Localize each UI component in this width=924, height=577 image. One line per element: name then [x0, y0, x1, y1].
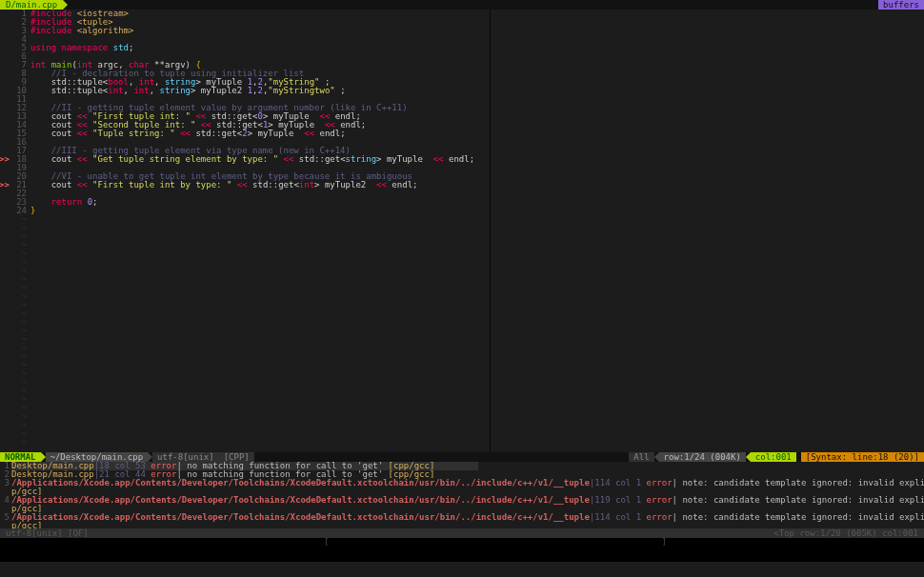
code-line[interactable]: return 0;: [30, 198, 490, 207]
qf-encoding: utf-8[unix] [QF]: [6, 529, 89, 538]
editor-area[interactable]: 123456789101112131415161718192021222324~…: [0, 10, 924, 452]
loclist-row[interactable]: 4/Applications/Xcode.app/Contents/Develo…: [0, 496, 924, 505]
statusline: NORMAL ~/Desktop/main.cpp utf-8[unix] [C…: [0, 452, 924, 462]
code-line[interactable]: #include <algorithm>: [30, 27, 490, 35]
code-line[interactable]: cout << "Get tuple string element by typ…: [30, 155, 490, 164]
tilde: ~: [0, 438, 27, 447]
command-area[interactable]: []: [0, 538, 924, 562]
code-pane-left[interactable]: #include <iostream>#include <tuple>#incl…: [30, 10, 490, 452]
filetype-segment: [CPP]: [219, 452, 254, 462]
code-line[interactable]: cout << "First tuple int by type: " << s…: [30, 181, 490, 189]
column-segment: col:001: [751, 452, 796, 462]
loclist-row[interactable]: 2Desktop/main.cpp|21 col 44 error| no ma…: [0, 470, 924, 479]
buffers-label: buffers: [883, 1, 919, 10]
quickfix-statusline: utf-8[unix] [QF] <Top row:1/20 (005K) co…: [0, 528, 924, 538]
tab-label: D/main.cpp: [6, 1, 57, 10]
code-pane-right[interactable]: [491, 10, 924, 452]
loclist-row[interactable]: 3/Applications/Xcode.app/Contents/Develo…: [0, 479, 924, 487]
tab-active[interactable]: D/main.cpp: [0, 0, 63, 10]
line-number-gutter: 123456789101112131415161718192021222324~…: [0, 10, 30, 452]
code-line[interactable]: using namespace std;: [30, 44, 490, 52]
code-line[interactable]: [30, 189, 490, 198]
code-line[interactable]: std::tuple<int, int, string> myTuple2 1,…: [30, 87, 490, 95]
buffers-indicator[interactable]: buffers: [878, 0, 924, 10]
location-list[interactable]: 1Desktop/main.cpp|18 col 53 error| no ma…: [0, 462, 924, 528]
loclist-row-continuation: p/gcc]: [0, 505, 924, 513]
loclist-row-continuation: p/gcc]: [0, 487, 924, 496]
percent-segment: All: [629, 452, 653, 462]
file-segment: ~/Desktop/main.cpp: [46, 452, 149, 462]
mode-indicator: NORMAL: [0, 452, 41, 462]
code-line[interactable]: cout << "Tuple string: " << std::get<2> …: [30, 129, 490, 138]
position-segment: row:1/24 (004K): [659, 452, 746, 462]
loclist-row-continuation: p/gcc]: [0, 522, 924, 528]
syntastic-segment: [Syntax: line:18 (20)]: [801, 452, 924, 462]
encoding-segment: utf-8[unix]: [152, 452, 219, 462]
loclist-row[interactable]: 5/Applications/Xcode.app/Contents/Develo…: [0, 513, 924, 522]
qf-position: <Top row:1/20 (005K) col:001: [773, 529, 918, 538]
tabline: D/main.cpp buffers: [0, 0, 924, 10]
code-line[interactable]: }: [30, 207, 490, 215]
loclist-row[interactable]: 1Desktop/main.cpp|18 col 53 error| no ma…: [0, 462, 924, 470]
scroll-indicator: []: [0, 538, 924, 547]
